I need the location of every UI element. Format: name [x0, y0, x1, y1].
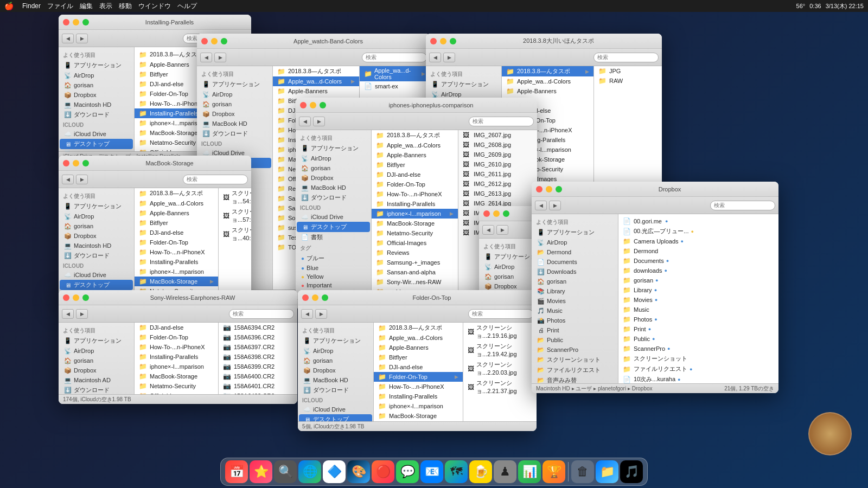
- sidebar-app-9[interactable]: 📱アプリケーション: [533, 227, 617, 237]
- go-menu[interactable]: 移動: [119, 2, 132, 11]
- img-2613[interactable]: 🖼IMG_2613.jpg: [458, 189, 537, 198]
- sidebar-screenshot-9[interactable]: 📂スクリーンショット: [533, 355, 617, 365]
- sidebar-macintosh-5[interactable]: 💻MacBook HD: [297, 183, 370, 192]
- file-macbook-5[interactable]: 📁MacBook-Storage: [372, 219, 458, 228]
- sidebar-dl-7[interactable]: ⬇️ダウンロード: [60, 385, 133, 394]
- file-install-5[interactable]: 📁Installing-Parallels: [372, 199, 458, 209]
- sidebar-dropbox-1[interactable]: 📦Dropbox: [60, 90, 133, 100]
- img-2610[interactable]: 🖼IMG_2610.jpg: [458, 159, 537, 169]
- sidebar-airdrop-7[interactable]: 📡AirDrop: [60, 346, 133, 356]
- sidebar-dl-5[interactable]: ⬇️ダウンロード: [297, 192, 370, 203]
- max-btn-1[interactable]: [82, 19, 89, 25]
- dock-photoshop[interactable]: 🎨: [347, 460, 370, 483]
- file-00list-9[interactable]: 📄00.光広—ブリュー... ●: [618, 226, 778, 236]
- sidebar-dropbox-4[interactable]: 📦Dropbox: [60, 231, 133, 241]
- sidebar-gorisan-8[interactable]: 🏠gorisan: [299, 356, 372, 365]
- dock-finder[interactable]: 📁: [596, 460, 618, 483]
- file-iphone-7[interactable]: 📁iphone×-l...mparison: [135, 362, 218, 371]
- sidebar-public-9[interactable]: 📂Public: [533, 335, 617, 345]
- sidebar-macintosh-2[interactable]: 💻MacBook HD: [198, 119, 271, 129]
- file-applewatch-3[interactable]: 📁Apple_wa...d-Colors: [502, 76, 593, 86]
- dock-spotlight[interactable]: 🔍: [274, 460, 297, 483]
- sidebar-desktop-5[interactable]: 🖥デスクトップ: [297, 222, 370, 232]
- sidebar-icloud-4[interactable]: ☁️iCloud Drive: [60, 270, 133, 280]
- cr2-6400[interactable]: 📷158A6400.CR2: [219, 371, 297, 381]
- close-btn-5[interactable]: [300, 102, 307, 108]
- file-folder-7[interactable]: 📁Folder-On-Top: [135, 332, 218, 342]
- back-btn-4[interactable]: ◀: [62, 175, 74, 184]
- dock-maps[interactable]: 🗺: [445, 460, 468, 483]
- cr2-6401[interactable]: 📷158A6401.CR2: [219, 381, 297, 391]
- back-btn-2[interactable]: ◀: [200, 53, 212, 62]
- min-btn-8[interactable]: [312, 294, 318, 301]
- search-5[interactable]: [469, 117, 534, 126]
- sidebar-dl-2[interactable]: ⬇️ダウンロード: [198, 129, 271, 139]
- sidebar-app-2[interactable]: 📱アプリケーション: [198, 79, 271, 89]
- file-reviews-5[interactable]: 📁Reviews: [372, 248, 458, 258]
- back-btn-3[interactable]: ◀: [429, 53, 441, 62]
- min-btn-9[interactable]: [546, 186, 552, 192]
- file-music-9[interactable]: 📁Music: [618, 305, 778, 314]
- file-install-7[interactable]: 📁Installing-Parallels: [135, 352, 218, 362]
- sidebar-dropbox-2[interactable]: 📦Dropbox: [198, 109, 271, 119]
- file-folder-5[interactable]: 📁Folder-On-Top: [372, 179, 458, 189]
- file-iphone-4[interactable]: 📁iphone×-l...mparison: [135, 267, 218, 277]
- back-btn-7[interactable]: ◀: [62, 309, 74, 319]
- sidebar-airdrop-5[interactable]: 📡AirDrop: [297, 153, 370, 163]
- close-btn-6[interactable]: [483, 210, 490, 217]
- sidebar-docs-9[interactable]: 📄Documents: [533, 257, 617, 267]
- sidebar-gorisan-7[interactable]: 🏠gorisan: [60, 356, 133, 365]
- file-install-8[interactable]: 📁Installing-Parallels: [374, 391, 463, 401]
- file-sansan-5[interactable]: 📁Sansan-and-alpha: [372, 267, 458, 277]
- sidebar-app-5[interactable]: 📱アプリケーション: [297, 143, 370, 153]
- fwd-btn-1[interactable]: ▶: [76, 34, 88, 43]
- sidebar-macintosh-ad-7[interactable]: 💻Macintosh AD: [60, 375, 133, 385]
- sidebar-icloud-1[interactable]: ☁️iCloud Drive: [60, 129, 133, 139]
- file-2018-col1-3[interactable]: 📁2018.3.8—んタスポ▶: [502, 66, 593, 76]
- file-bitflyer-4[interactable]: 📁Bitflyer: [135, 218, 218, 228]
- search-8[interactable]: [468, 309, 533, 319]
- sidebar-dropbox-7[interactable]: 📦Dropbox: [60, 365, 133, 375]
- close-btn-3[interactable]: [430, 38, 437, 44]
- file-folder-4[interactable]: 📁Folder-On-Top: [135, 237, 218, 247]
- dock-safari[interactable]: 🌐: [298, 460, 321, 483]
- dock-numbers[interactable]: 📊: [518, 460, 541, 483]
- search-2[interactable]: [362, 53, 427, 62]
- back-btn-8[interactable]: ◀: [301, 309, 313, 319]
- cr2-6394[interactable]: 📷158A6394.CR2: [219, 323, 297, 332]
- img-2612[interactable]: 🖼IMG_2612.jpg: [458, 179, 537, 189]
- sidebar-app-4[interactable]: 📱アプリケーション: [60, 201, 133, 211]
- sidebar-macintosh-4[interactable]: 💻Macintosh HD: [60, 241, 133, 251]
- sidebar-app-3[interactable]: 📱アプリケーション: [427, 79, 500, 89]
- dock-chrome[interactable]: 🔷: [323, 460, 346, 483]
- file-2018-4[interactable]: 📁2018.3.8—んタスポ: [135, 188, 218, 198]
- sidebar-gorisan-5[interactable]: 🏠gorisan: [297, 163, 370, 173]
- file-ss1-4[interactable]: 🖼スクリーンショ...54:30.png: [219, 188, 251, 207]
- max-btn-7[interactable]: [82, 294, 89, 301]
- search-9[interactable]: [710, 201, 775, 210]
- sidebar-filereq-9[interactable]: 📂ファイルリクエスト: [533, 365, 617, 375]
- sidebar-yellow-5[interactable]: ● Yellow: [297, 272, 370, 281]
- dock-messages[interactable]: 💬: [396, 460, 419, 483]
- sidebar-important-5[interactable]: ● Important: [297, 281, 370, 290]
- img-2607[interactable]: 🖼IMG_2607.jpg: [458, 130, 537, 140]
- max-btn-4[interactable]: [82, 160, 89, 166]
- sidebar-macintosh-8[interactable]: 💻MacBook HD: [299, 375, 372, 385]
- file-dermond-9[interactable]: 📁Dermond: [618, 246, 778, 256]
- sidebar-docs-5[interactable]: 📄書類: [297, 232, 370, 242]
- file-iphone-8[interactable]: 📁iphone×-l...mparison: [374, 401, 463, 411]
- sidebar-dermond-9[interactable]: 📂Dermond: [533, 247, 617, 257]
- sidebar-app-8[interactable]: 📱アプリケーション: [299, 336, 372, 346]
- file-ss-9[interactable]: 📁スクリーンショット: [618, 354, 778, 364]
- img-2609[interactable]: 🖼IMG_2609.jpg: [458, 150, 537, 159]
- sidebar-dropbox-5[interactable]: 📦Dropbox: [297, 173, 370, 183]
- file-samsung-5[interactable]: 📁Samsung-+_images: [372, 258, 458, 267]
- search-7[interactable]: [229, 309, 294, 319]
- ss-2020-1[interactable]: 🖼スクリーンショ...2.20.03.jpg: [463, 359, 537, 378]
- img-2608[interactable]: 🖼IMG_2608.jpg: [458, 140, 537, 150]
- finder-menu[interactable]: Finder: [22, 2, 41, 10]
- file-applebanners-3[interactable]: 📁Apple-Banners: [502, 86, 593, 96]
- view-menu[interactable]: 表示: [99, 2, 112, 11]
- sidebar-photos-9[interactable]: 📸Photos: [533, 316, 617, 325]
- file-ss3-4[interactable]: 🖼スクリーンショ...40:13.png: [219, 225, 251, 243]
